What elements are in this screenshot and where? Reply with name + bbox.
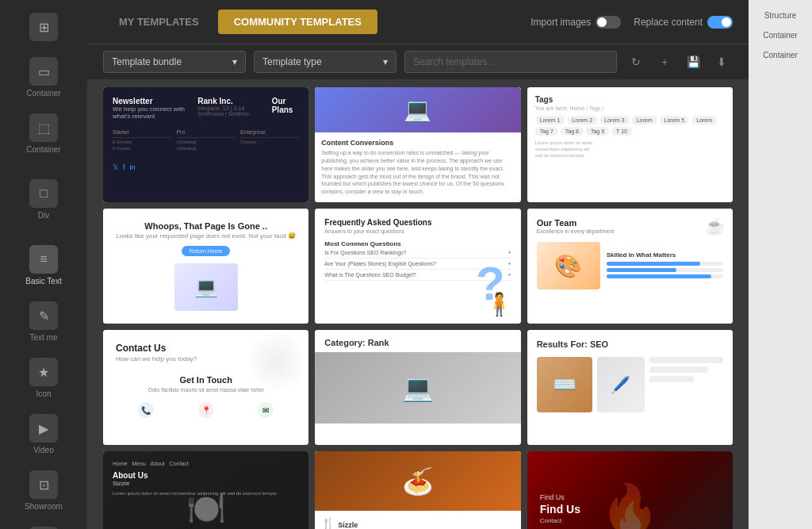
tags-meta: Lorem ipsum dolor sit amet consectetur a…: [535, 140, 725, 158]
sidebar-showroom-label: Showroom: [25, 502, 63, 511]
skill-bar-1: [607, 262, 723, 266]
template-bundle-label: Template bundle: [112, 56, 182, 67]
template-card-seo[interactable]: Results For: SEO ⌨️ 🖊️: [527, 330, 733, 445]
faq-figure: 🧍: [485, 291, 513, 317]
icon-icon: ★: [29, 358, 58, 386]
import-images-label: Import images: [530, 17, 591, 28]
showroom-icon: ⊡: [29, 470, 58, 499]
skill-fill-2: [607, 268, 676, 272]
contact-icons: 📞 📍 ✉: [116, 402, 296, 418]
add-icon[interactable]: +: [653, 51, 676, 73]
template-card-category[interactable]: Category: Rank 💻: [315, 330, 520, 445]
sidebar-item-showroom[interactable]: ⊡ Showroom: [8, 464, 79, 517]
import-images-toggle-group: Import images: [530, 16, 621, 29]
sidebar-item-text-me[interactable]: ✎ Text me: [8, 295, 79, 348]
seo-title: Results For: SEO: [537, 339, 723, 349]
ourplans-logo: Our Plans: [272, 97, 300, 114]
right-item-container[interactable]: Container: [753, 26, 808, 44]
main-content: MY TEMPLATES COMMUNITY TEMPLATES Import …: [87, 0, 749, 529]
community-templates-tab[interactable]: COMMUNITY TEMPLATES: [218, 10, 377, 34]
right-item-container2[interactable]: Container: [753, 46, 808, 64]
contact-phone-icon: 📞: [138, 402, 154, 418]
category-title: Category: Rank: [324, 338, 511, 347]
template-type-label: Template type: [262, 56, 322, 67]
team-skills: Skilled In What Matters: [607, 251, 723, 281]
faq-title: Frequently Asked Questions: [324, 218, 511, 227]
save-icon[interactable]: 💾: [682, 51, 704, 73]
tags-title: Tags: [535, 95, 725, 104]
template-card-findus[interactable]: 🔥 Find Us Find Us Contact Let's Talk +0 …: [527, 451, 733, 529]
replace-content-label: Replace content: [634, 17, 703, 28]
template-type-dropdown[interactable]: Template type ▾: [254, 51, 396, 73]
faq-section: Most Commen Questions: [324, 240, 511, 247]
toolbar-icons: ↻ + 💾 ⬇: [625, 51, 733, 73]
template-card-food[interactable]: 🍝 🍴 Sizzle Get In Touch +0 1234 1234 +0 …: [315, 451, 520, 529]
chevron-down-icon2: ▾: [383, 56, 388, 67]
404-title: Whoops, That Page Is Gone ..: [116, 221, 296, 231]
template-bundle-dropdown[interactable]: Template bundle ▾: [103, 51, 246, 73]
about-content: Home Menu About Contact About Us Sizzle …: [103, 451, 308, 529]
skill-bar-2: [607, 268, 723, 272]
template-card-newsletter[interactable]: Newsletter We help you connect with what…: [103, 87, 308, 202]
sidebar-item-label2: Container: [26, 145, 60, 154]
rankinc-logo: Rank Inc.: [197, 97, 271, 105]
newsletter-tagline: We help you connect with what's relevant: [113, 105, 197, 120]
sidebar-item-icon[interactable]: ★ Icon: [8, 351, 79, 404]
rankinc-address: inkspace: 13 | 3-14 Smithsons | Smithon-: [197, 105, 271, 117]
basic-text-icon: ≡: [29, 245, 58, 274]
template-card-about-sizzle[interactable]: 🍽️ Home Menu About Contact About Us Sizz…: [103, 451, 308, 529]
import-images-toggle[interactable]: [596, 16, 621, 29]
template-card-tags[interactable]: Tags You are here: Home / Tags / Lorem 1…: [527, 87, 733, 202]
refresh-icon[interactable]: ↻: [625, 51, 647, 73]
faq-subtitle: Answers to your exact questions: [324, 228, 511, 234]
right-item-structure[interactable]: Structure: [753, 6, 808, 25]
sidebar-item-basic-text[interactable]: ≡ Basic Text: [8, 239, 79, 292]
about-title: About Us: [113, 471, 299, 480]
findus-top-label: Find Us: [540, 493, 720, 501]
template-card-content-conversions[interactable]: 💻 Content Conversions Setting up a way t…: [315, 87, 520, 202]
sidebar-item-container[interactable]: ▭ Container: [8, 51, 79, 104]
template-card-contact[interactable]: Contact Us How can we help you today? Ge…: [103, 330, 308, 445]
header-tabs: MY TEMPLATES COMMUNITY TEMPLATES: [103, 10, 377, 34]
search-input[interactable]: [404, 51, 617, 73]
template-card-faq[interactable]: Frequently Asked Questions Answers to yo…: [315, 209, 520, 324]
container-icon: ▭: [29, 57, 58, 86]
sidebar-item-container2[interactable]: ⬚ Container: [8, 107, 79, 160]
food-body: 🍴 Sizzle Get In Touch +0 1234 1234 +0 12…: [315, 511, 520, 529]
food-image: 🍝: [315, 451, 520, 511]
seo-image-2: 🖊️: [597, 357, 645, 412]
newsletter-columns: Starter 0 Articles 0 Issues Pro Unlimite…: [113, 129, 299, 151]
template-card-team[interactable]: ☕ Our Team Excellence in every departmen…: [527, 209, 733, 324]
content-title: Content Conversions: [321, 139, 514, 147]
sidebar-text-me-label: Text me: [29, 333, 57, 342]
my-templates-tab[interactable]: MY TEMPLATES: [103, 10, 215, 34]
team-bottom: 🎨 Skilled In What Matters: [537, 242, 723, 289]
sidebar-item-video[interactable]: ▶ Video: [8, 408, 79, 461]
skill-bar-3: [607, 274, 723, 278]
sidebar-item-structure[interactable]: ⊞: [8, 6, 79, 48]
about-text: Lorem ipsum dolor sit amet consectetur a…: [113, 490, 299, 496]
sidebar-basic-text-label: Basic Text: [25, 277, 61, 286]
sidebar-item-label: Container: [26, 89, 60, 98]
sidebar-div-label: Div: [38, 211, 49, 220]
team-image: 🎨: [537, 242, 600, 289]
toolbar: Template bundle ▾ Template type ▾ ↻ + 💾 …: [87, 44, 749, 79]
seo-image-1: ⌨️: [537, 357, 592, 412]
sidebar-item-div[interactable]: □ Div: [8, 173, 79, 226]
contact-email-icon: ✉: [258, 402, 274, 418]
download-icon[interactable]: ⬇: [710, 51, 733, 73]
findus-title: Find Us: [540, 503, 720, 516]
tags-list: Lorem 1 Lorem 2 Lorem 3 Lorem Lorem 5 Lo…: [535, 116, 725, 136]
findus-overlay: Find Us Find Us Contact: [527, 451, 733, 529]
replace-content-toggle[interactable]: [707, 16, 733, 29]
newsletter-logo: Newsletter: [113, 97, 197, 105]
right-panel: Structure Container Container: [749, 0, 812, 529]
template-card-404[interactable]: Whoops, That Page Is Gone .. Looks like …: [103, 209, 308, 324]
structure-icon: ⊞: [29, 13, 58, 41]
sidebar-icon-label: Icon: [36, 389, 52, 398]
404-button[interactable]: Return Home: [182, 246, 231, 256]
contact-blob: [245, 330, 308, 393]
404-subtitle: Looks like your requested page does not …: [116, 232, 296, 240]
newsletter-social: 𝕏 f in: [113, 163, 299, 171]
sidebar-item-for[interactable]: ⊟ For: [8, 520, 79, 529]
